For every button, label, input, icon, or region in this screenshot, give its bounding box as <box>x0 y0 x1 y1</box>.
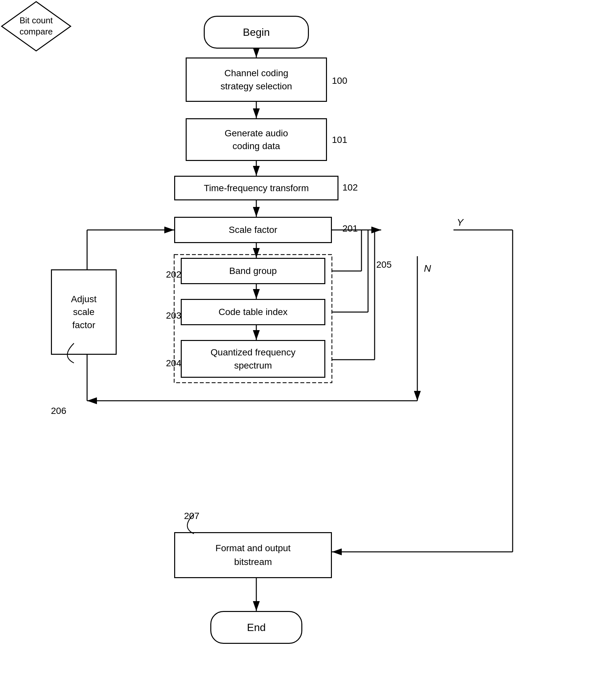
label-102: 102 <box>342 182 358 193</box>
label-n: N <box>424 263 431 274</box>
begin-node: Begin <box>204 16 309 49</box>
generate-audio-node: Generate audio coding data <box>186 118 327 161</box>
code-table-node: Code table index <box>181 299 325 325</box>
quantized-freq-node: Quantized frequency spectrum <box>181 340 325 378</box>
generate-audio-label: Generate audio coding data <box>224 127 288 152</box>
bit-count-label: Bit count compare <box>19 16 53 36</box>
time-freq-node: Time-frequency transform <box>174 176 338 200</box>
label-201: 201 <box>342 223 358 234</box>
format-output-label: Format and output bitstream <box>216 541 291 569</box>
label-204: 204 <box>166 358 182 369</box>
label-202: 202 <box>166 269 182 280</box>
channel-coding-node: Channel coding strategy selection <box>186 57 327 102</box>
band-group-node: Band group <box>181 258 325 284</box>
channel-coding-label: Channel coding strategy selection <box>220 67 292 92</box>
label-203: 203 <box>166 310 182 321</box>
end-node: End <box>210 611 302 644</box>
scale-factor-node: Scale factor <box>174 217 332 243</box>
bit-count-node: Bit count compare <box>0 0 72 53</box>
bracket-206 <box>57 340 77 366</box>
bracket-207 <box>177 511 197 537</box>
scale-factor-label: Scale factor <box>229 225 278 235</box>
band-group-label: Band group <box>230 266 277 276</box>
code-table-label: Code table index <box>219 307 288 317</box>
label-205: 205 <box>376 259 392 270</box>
time-freq-label: Time-frequency transform <box>204 183 309 194</box>
flowchart: Begin Channel coding strategy selection … <box>0 0 603 700</box>
label-101: 101 <box>332 135 347 145</box>
label-y: Y <box>457 217 463 228</box>
adjust-scale-label: Adjust scale factor <box>71 293 97 331</box>
quantized-freq-label: Quantized frequency spectrum <box>211 346 295 372</box>
label-100: 100 <box>332 76 347 86</box>
label-206: 206 <box>51 406 66 416</box>
format-output-node: Format and output bitstream <box>174 532 332 578</box>
